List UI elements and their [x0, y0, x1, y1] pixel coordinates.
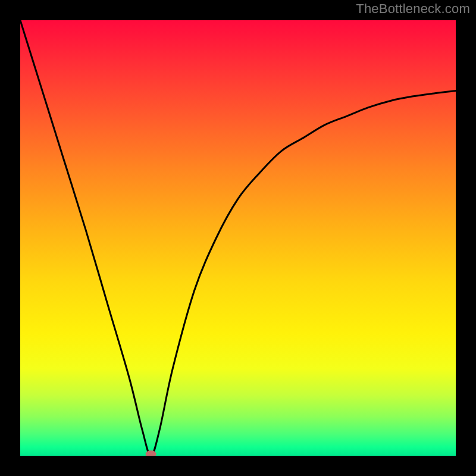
- chart-frame: TheBottleneck.com: [0, 0, 476, 476]
- plot-area: [20, 20, 456, 456]
- watermark-text: TheBottleneck.com: [356, 1, 470, 17]
- curve-svg: [20, 20, 456, 456]
- bottleneck-curve: [20, 20, 456, 456]
